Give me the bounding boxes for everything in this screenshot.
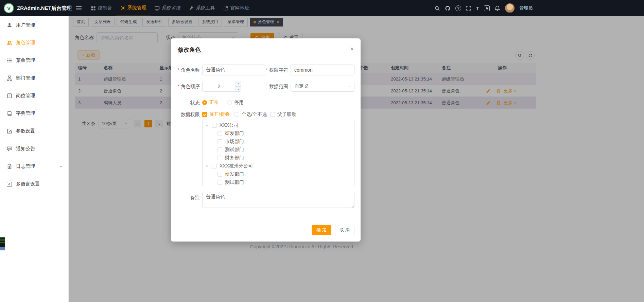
chevron-down-icon	[59, 165, 63, 168]
list-icon	[7, 58, 12, 63]
dialog-close-icon[interactable]: ×	[350, 45, 354, 53]
caret-down-icon[interactable]: ▾	[206, 123, 209, 128]
parent-child-link-checkbox[interactable]: 父子联动	[270, 111, 296, 118]
checkbox-icon[interactable]	[217, 172, 222, 177]
role-key-field-label: 权限字符	[256, 65, 288, 75]
sidebar-item-log-management[interactable]: 日志管理	[0, 158, 68, 175]
checkbox-icon	[270, 112, 275, 117]
tree-node-dept[interactable]: 市场部门	[203, 138, 354, 146]
id-badge-icon	[7, 93, 12, 99]
top-nav: 控制台 系统管理 系统监控 系统工具 官网地址	[87, 0, 254, 16]
sidebar-item-param-settings[interactable]: 参数设置	[0, 122, 68, 140]
status-radio-group: 正常 停用	[202, 97, 244, 108]
header-actions: ? T A 管理员	[434, 0, 533, 16]
edit-icon	[7, 128, 12, 134]
edit-role-dialog: 修改角色 × 角色名称 权限字符 角色顺序 2 数据范围 自定义 状态 正常 停…	[171, 38, 361, 242]
book-icon	[7, 111, 12, 116]
role-sort-stepper[interactable]: 2	[202, 81, 241, 92]
monitor-icon	[155, 6, 160, 11]
sidebar-item-notice[interactable]: 通知公告	[0, 140, 68, 158]
checkbox-icon[interactable]	[217, 139, 222, 144]
dialog-title: 修改角色	[178, 46, 201, 54]
nav-system-monitor[interactable]: 系统监控	[151, 0, 185, 16]
username[interactable]: 管理员	[519, 5, 533, 11]
external-link-icon	[223, 6, 228, 11]
radio-icon	[227, 100, 232, 105]
checkbox-icon	[234, 112, 239, 117]
radio-status-disabled[interactable]: 停用	[227, 100, 244, 106]
role-sort-field-label: 角色顺序	[171, 81, 200, 92]
app-logo: V ZRAdmin.NET后台管理	[0, 3, 72, 13]
sidebar-item-post-management[interactable]: 岗位管理	[0, 87, 68, 105]
search-icon[interactable]	[434, 5, 440, 11]
sidebar-toggle-icon[interactable]	[76, 5, 82, 11]
sidebar-item-i18n-settings[interactable]: A 多语言设置	[0, 175, 68, 193]
chevron-down-icon	[348, 85, 351, 88]
dashboard-icon	[91, 6, 96, 11]
decrement-icon[interactable]	[236, 86, 241, 91]
fullscreen-icon[interactable]	[466, 5, 471, 11]
status-field-label: 状态	[171, 97, 200, 108]
tree-node-dept[interactable]: 测试部门	[203, 146, 354, 154]
bell-icon[interactable]	[494, 5, 500, 11]
avatar[interactable]	[505, 3, 515, 13]
caret-down-icon[interactable]: ▾	[206, 164, 209, 168]
cancel-button[interactable]: 取消	[335, 225, 354, 235]
data-scope-select[interactable]: 自定义	[291, 81, 354, 92]
chat-icon	[7, 146, 12, 152]
corner-widget[interactable]	[0, 237, 5, 250]
radio-checked-icon	[202, 100, 207, 105]
logo-icon: V	[4, 3, 14, 13]
tree-node-dept[interactable]: 研发部门	[203, 170, 354, 178]
data-scope-field-label: 数据范围	[256, 81, 288, 92]
role-name-field-label: 角色名称	[171, 65, 200, 75]
screen: V ZRAdmin.NET后台管理 控制台 系统管理 系统监控 系统工具	[0, 0, 644, 302]
radio-status-normal[interactable]: 正常	[202, 100, 219, 106]
remark-field-label: 备注	[171, 192, 200, 203]
app-title: ZRAdmin.NET后台管理	[17, 5, 72, 12]
dialog-role-key-input[interactable]	[291, 65, 354, 75]
dialog-footer: 确定 取消	[312, 225, 354, 235]
font-size-icon[interactable]: T	[476, 5, 479, 11]
sidebar-item-dept-management[interactable]: 部门管理	[0, 69, 68, 87]
wrench-icon	[189, 6, 194, 11]
nav-website-link[interactable]: 官网地址	[219, 0, 254, 16]
remark-textarea[interactable]: 普通角色	[202, 192, 354, 208]
checkbox-checked-icon	[202, 112, 207, 117]
data-permission-field-label: 数据权限	[171, 111, 200, 118]
sidebar-item-menu-management[interactable]: 菜单管理	[0, 52, 68, 69]
checkbox-icon[interactable]	[217, 180, 222, 185]
confirm-button[interactable]: 确定	[312, 225, 331, 235]
org-tree-icon	[7, 75, 12, 81]
language-icon[interactable]: A	[484, 5, 490, 11]
checkbox-icon[interactable]	[212, 164, 217, 168]
nav-system-tools[interactable]: 系统工具	[185, 0, 219, 16]
tree-node-dept[interactable]: 财务部门	[203, 154, 354, 162]
expand-collapse-checkbox[interactable]: 展开/折叠	[202, 111, 230, 118]
tree-node-dept[interactable]: 研发部门	[203, 129, 354, 138]
sidebar-item-role-management[interactable]: 角色管理	[0, 34, 68, 52]
tree-node-company[interactable]: ▾ XXX公司	[203, 121, 354, 129]
people-icon	[7, 40, 12, 46]
increment-icon[interactable]	[236, 81, 241, 86]
sidebar-item-user-management[interactable]: 用户管理	[0, 16, 68, 34]
sidebar-item-dict-management[interactable]: 字典管理	[0, 105, 68, 122]
checkbox-icon[interactable]	[217, 156, 222, 160]
user-icon	[7, 22, 12, 28]
gear-icon	[120, 5, 125, 11]
checkbox-icon[interactable]	[217, 131, 222, 136]
help-icon[interactable]: ?	[455, 5, 461, 11]
resize-handle[interactable]	[351, 205, 354, 208]
translate-icon: A	[7, 182, 12, 187]
nav-console[interactable]: 控制台	[87, 0, 116, 16]
dept-tree: ▾ XXX公司 研发部门 市场部门 测试部门 财务部门 ▾	[202, 120, 354, 186]
github-icon[interactable]	[445, 5, 451, 11]
tree-node-dept[interactable]: 测试部门	[203, 178, 354, 186]
checkbox-icon[interactable]	[212, 123, 217, 128]
sidebar: 用户管理 角色管理 菜单管理 部门管理 岗位管理 字典管理 参数设置 通知公告	[0, 16, 69, 302]
checkbox-icon[interactable]	[217, 147, 222, 152]
select-all-checkbox[interactable]: 全选/全不选	[234, 111, 267, 118]
tree-node-branch-company[interactable]: ▾ XXX杭州分公司	[203, 162, 354, 170]
document-icon	[7, 164, 12, 169]
nav-system-management[interactable]: 系统管理	[116, 0, 151, 16]
